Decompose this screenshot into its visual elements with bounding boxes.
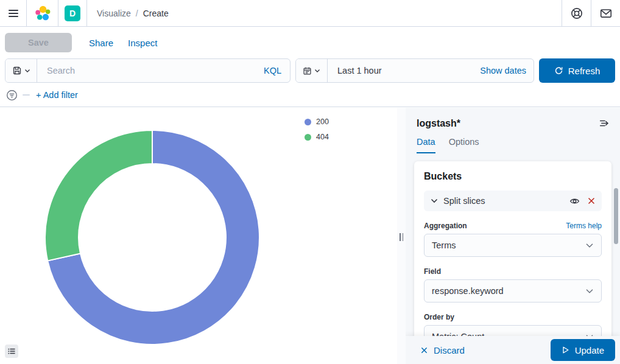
newsfeed-button[interactable]: [591, 0, 620, 26]
search-control: KQL: [5, 58, 291, 83]
top-navigation-bar: D Visualize / Create: [0, 0, 620, 27]
chevron-down-icon: [585, 289, 594, 294]
aggregation-label: Aggregation: [424, 222, 467, 230]
space-selector[interactable]: D: [58, 0, 87, 26]
field-select[interactable]: response.keyword: [424, 279, 602, 303]
add-filter-button[interactable]: + Add filter: [36, 90, 78, 100]
elastic-logo[interactable]: [27, 0, 58, 26]
chevron-down-icon: [314, 69, 320, 73]
query-language-button[interactable]: KQL: [264, 59, 290, 82]
saved-query-menu-button[interactable]: [5, 59, 37, 82]
buckets-card: Buckets Split slices: [414, 161, 611, 364]
visualize-toolbar: Save Share Inspect: [0, 27, 620, 58]
collapse-panel-button[interactable]: [597, 117, 610, 130]
field-value: response.keyword: [432, 286, 504, 296]
close-icon: [420, 346, 428, 354]
time-range-value[interactable]: Last 1 hour: [328, 59, 382, 82]
editor-tabs: Data Options: [406, 130, 620, 153]
legend-item[interactable]: 200: [305, 117, 329, 126]
filter-bar: + Add filter: [0, 83, 620, 107]
elastic-logo-icon: [35, 5, 51, 21]
chevron-down-icon: [430, 198, 439, 204]
filter-divider: [23, 94, 30, 96]
help-button[interactable]: [562, 0, 591, 26]
eye-icon: [569, 196, 580, 206]
inspect-button[interactable]: Inspect: [128, 38, 157, 48]
update-label: Update: [575, 345, 604, 355]
date-picker-control: Last 1 hour Show dates: [295, 58, 534, 83]
donut-slice-404[interactable]: [45, 130, 152, 261]
share-button[interactable]: Share: [89, 38, 113, 48]
panel-resize-handle[interactable]: [397, 108, 406, 364]
discard-button[interactable]: Discard: [420, 345, 465, 355]
chevron-down-icon: [24, 69, 30, 73]
query-bar: KQL Last 1 hour Show dates Refresh: [5, 58, 615, 83]
index-pattern-title: logstash*: [417, 118, 460, 129]
calendar-icon: [303, 66, 312, 75]
hamburger-icon: [7, 7, 19, 19]
aggregation-select[interactable]: Terms: [424, 234, 602, 257]
refresh-icon: [554, 66, 563, 75]
save-button[interactable]: Save: [5, 33, 72, 52]
buckets-title: Buckets: [424, 171, 602, 182]
breadcrumb-create: Create: [143, 9, 169, 18]
filter-icon[interactable]: [6, 89, 18, 101]
visualization-editor-panel: logstash* Data Options Buckets Split: [406, 108, 620, 364]
breadcrumb: Visualize / Create: [87, 0, 562, 26]
play-icon: [562, 346, 569, 354]
order-by-label: Order by: [424, 313, 454, 321]
aggregation-label-row: Aggregation Terms help: [424, 222, 602, 230]
close-icon: [587, 197, 596, 205]
terms-help-link[interactable]: Terms help: [566, 222, 602, 230]
kibana-visualize-app: D Visualize / Create Save Share Inspect: [0, 0, 620, 364]
donut-chart[interactable]: [44, 129, 261, 346]
field-label-row: Field: [424, 267, 602, 276]
order-by-label-row: Order by: [424, 313, 602, 321]
legend-label[interactable]: 404: [316, 133, 329, 141]
show-dates-button[interactable]: Show dates: [480, 59, 534, 82]
legend-color-dot: [305, 119, 311, 125]
breadcrumb-visualize[interactable]: Visualize: [97, 9, 131, 18]
discard-label: Discard: [434, 345, 465, 355]
legend-label[interactable]: 200: [316, 117, 329, 126]
legend-item[interactable]: 404: [305, 133, 329, 141]
toggle-bucket-visibility-button[interactable]: [569, 196, 580, 206]
saved-query-icon: [12, 66, 22, 75]
menu-button[interactable]: [0, 0, 27, 26]
legend-toggle-button[interactable]: [5, 345, 18, 358]
resize-grip-icon: [400, 233, 403, 241]
field-label: Field: [424, 267, 441, 276]
chart-legend: 200 404: [305, 117, 329, 141]
visualization-canvas: 200 404: [0, 108, 397, 364]
remove-bucket-button[interactable]: [587, 197, 596, 205]
editor-footer: Discard Update: [406, 336, 620, 364]
legend-color-dot: [305, 134, 311, 141]
collapse-panel-icon: [599, 118, 609, 128]
help-icon: [570, 7, 583, 20]
update-button[interactable]: Update: [551, 339, 615, 361]
main-content: 200 404 logstash*: [0, 108, 620, 364]
aggregation-value: Terms: [432, 240, 456, 250]
search-input[interactable]: [37, 59, 264, 82]
panel-header: logstash*: [406, 108, 620, 130]
mail-icon: [599, 7, 613, 20]
space-badge[interactable]: D: [65, 5, 80, 21]
list-icon: [7, 347, 16, 355]
date-quick-menu-button[interactable]: [296, 59, 328, 82]
refresh-button[interactable]: Refresh: [539, 58, 615, 83]
panel-scrollbar-thumb[interactable]: [614, 188, 618, 244]
tab-options[interactable]: Options: [449, 137, 479, 153]
bucket-name: Split slices: [443, 196, 485, 206]
breadcrumb-separator: /: [136, 9, 138, 18]
refresh-label: Refresh: [568, 66, 601, 76]
chevron-down-icon: [585, 243, 594, 248]
tab-data[interactable]: Data: [417, 137, 435, 153]
split-slices-accordion[interactable]: Split slices: [424, 191, 602, 211]
